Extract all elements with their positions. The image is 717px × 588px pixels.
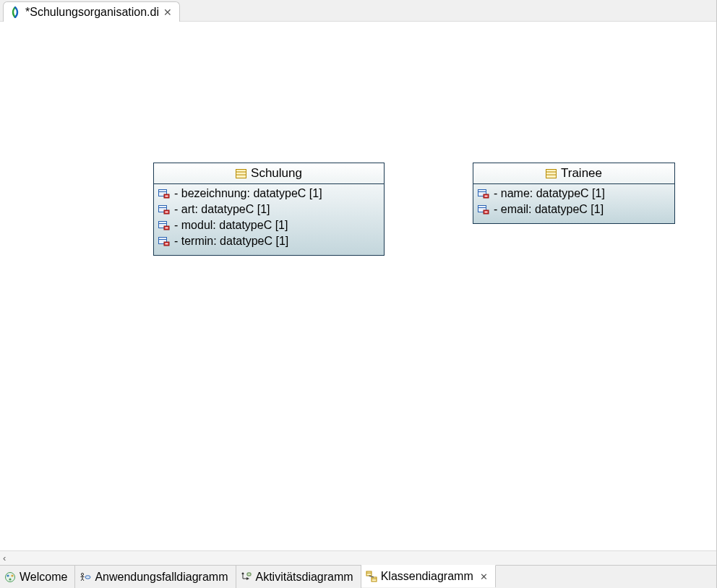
diagram-tab-bar: WelcomeAnwendungsfalldiagrammAktivitätsd…: [0, 565, 716, 588]
diagram-tab-classdia[interactable]: Klassendiagramm✕: [361, 565, 496, 587]
editor-tab[interactable]: *Schulungsorganisation.di ✕: [3, 1, 180, 22]
diagram-tab-label: Welcome: [20, 571, 67, 584]
diagram-tab-usecase[interactable]: Anwendungsfalldiagramm: [75, 566, 236, 588]
editor-tab-title: *Schulungsorganisation.di: [25, 6, 159, 19]
svg-rect-47: [372, 577, 377, 581]
svg-rect-45: [366, 571, 372, 576]
activity-icon: [241, 571, 252, 583]
horizontal-scroll-area[interactable]: ‹: [0, 550, 716, 565]
close-icon[interactable]: ✕: [163, 7, 172, 18]
diagram-tab-activity[interactable]: Aktivitätsdiagramm: [236, 566, 361, 588]
uml-attribute[interactable]: - art: datatypeC [1]: [158, 203, 378, 216]
uml-class-title[interactable]: Trainee: [473, 163, 674, 184]
property-icon: [478, 205, 489, 215]
uml-class-name: Trainee: [561, 166, 602, 181]
editor-tab-bar: *Schulungsorganisation.di ✕: [0, 0, 716, 22]
diagram-tab-label: Aktivitätsdiagramm: [256, 571, 353, 584]
uml-attribute-text: - bezeichnung: datatypeC [1]: [174, 187, 322, 200]
uml-attribute[interactable]: - email: datatypeC [1]: [478, 203, 669, 216]
svg-rect-19: [546, 169, 556, 178]
close-icon[interactable]: ✕: [480, 571, 488, 582]
svg-point-33: [9, 578, 11, 580]
diagram-tab-label: Klassendiagramm: [381, 570, 473, 583]
property-icon: [158, 221, 170, 230]
class-icon: [546, 169, 557, 178]
property-icon: [158, 237, 170, 246]
scroll-left-arrow[interactable]: ‹: [3, 553, 6, 563]
class-icon: [236, 169, 246, 178]
svg-point-31: [7, 574, 9, 576]
diagram-tab-welcome[interactable]: Welcome: [0, 566, 75, 588]
svg-point-40: [241, 572, 244, 574]
diagram-tab-label: Anwendungsfalldiagramm: [95, 571, 228, 584]
uml-class-schulung[interactable]: Schulung- bezeichnung: datatypeC [1]- ar…: [153, 163, 385, 256]
property-icon: [158, 205, 170, 215]
uml-class-trainee[interactable]: Trainee- name: datatypeC [1]- email: dat…: [473, 163, 675, 224]
uml-attribute-text: - termin: datatypeC [1]: [174, 235, 288, 248]
usecase-icon: [80, 571, 91, 583]
diagram-canvas[interactable]: Schulung- bezeichnung: datatypeC [1]- ar…: [0, 22, 716, 550]
uml-attribute-text: - modul: datatypeC [1]: [174, 219, 288, 232]
svg-point-34: [82, 573, 84, 575]
svg-point-32: [11, 574, 13, 576]
property-icon: [478, 189, 489, 199]
uml-attribute[interactable]: - name: datatypeC [1]: [478, 187, 669, 200]
uml-class-name: Schulung: [251, 166, 302, 181]
svg-rect-0: [236, 169, 246, 178]
svg-marker-43: [246, 577, 249, 580]
welcome-icon: [4, 571, 16, 583]
svg-rect-44: [247, 573, 251, 576]
uml-attribute[interactable]: - bezeichnung: datatypeC [1]: [158, 187, 378, 200]
uml-class-title[interactable]: Schulung: [154, 163, 384, 184]
papyrus-icon: [9, 7, 21, 18]
uml-attribute-text: - email: datatypeC [1]: [494, 203, 604, 216]
uml-class-attributes: - name: datatypeC [1]- email: datatypeC …: [473, 184, 674, 223]
classdia-icon: [366, 571, 377, 582]
uml-attribute-text: - name: datatypeC [1]: [494, 187, 605, 200]
uml-attribute[interactable]: - termin: datatypeC [1]: [158, 235, 378, 248]
property-icon: [158, 189, 170, 199]
uml-class-attributes: - bezeichnung: datatypeC [1]- art: datat…: [154, 184, 384, 255]
svg-point-39: [85, 575, 90, 578]
svg-line-38: [82, 579, 84, 581]
uml-attribute-text: - art: datatypeC [1]: [174, 203, 270, 216]
uml-attribute[interactable]: - modul: datatypeC [1]: [158, 219, 378, 232]
